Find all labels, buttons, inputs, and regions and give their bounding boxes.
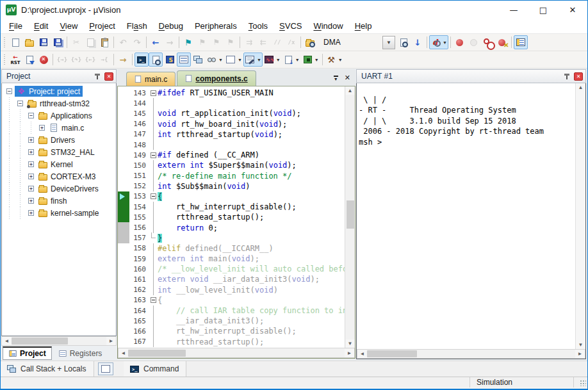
maximize-button[interactable]: □	[528, 1, 558, 19]
dropdown-caret-icon[interactable]: ▼	[257, 58, 261, 62]
menu-peripherals[interactable]: Peripherals	[189, 19, 243, 33]
dropdown-caret-icon[interactable]: ▼	[443, 40, 447, 45]
close-file-icon[interactable]: ✕	[345, 74, 350, 82]
tree-item-main-c[interactable]: +main.c	[2, 122, 116, 134]
dropdown-caret-icon[interactable]: ▼	[338, 58, 343, 62]
unindent-button[interactable]: ⇇	[256, 35, 270, 49]
tab-components-c[interactable]: components.c	[177, 70, 256, 86]
comment-button[interactable]: //	[270, 35, 284, 49]
tree-item-applications[interactable]: −Applications	[2, 110, 116, 122]
scroll-up-icon[interactable]: ▲	[346, 86, 355, 95]
expand-icon[interactable]: +	[28, 174, 34, 179]
collapse-icon[interactable]: −	[28, 113, 34, 118]
tree-item-cortex-m3[interactable]: +CORTEX-M3	[2, 170, 116, 183]
enable-disable-breakpoint-button[interactable]	[467, 35, 481, 49]
call-stack-window-button[interactable]	[191, 53, 205, 67]
dropdown-caret-icon[interactable]: ▼	[276, 58, 281, 62]
scroll-thumb[interactable]	[12, 337, 68, 345]
fold-collapse-icon[interactable]	[149, 295, 158, 305]
menu-window[interactable]: Window	[307, 19, 348, 33]
step-over-button[interactable]: {↷}	[69, 53, 83, 67]
menu-debug[interactable]: Debug	[153, 19, 189, 33]
expand-icon[interactable]: +	[28, 186, 34, 191]
find-in-files-button[interactable]	[303, 35, 317, 49]
tree-item-kernel[interactable]: +Kernel	[2, 158, 116, 170]
scroll-right-icon[interactable]: ►	[106, 337, 116, 345]
uart-vscrollbar[interactable]: ▲ ▼	[575, 83, 585, 349]
menu-view[interactable]: View	[54, 19, 83, 33]
menu-project[interactable]: Project	[83, 19, 120, 33]
start-stop-debug-button[interactable]: ▼	[429, 35, 448, 49]
collapse-icon[interactable]: −	[17, 101, 23, 106]
scroll-thumb[interactable]	[347, 200, 354, 229]
scroll-thumb[interactable]	[128, 350, 186, 357]
memory-window-button[interactable]: ▼	[224, 53, 243, 67]
stop-button[interactable]	[37, 53, 51, 67]
open-file-button[interactable]	[22, 35, 37, 49]
menu-svcs[interactable]: SVCS	[274, 19, 307, 33]
command-window-button[interactable]	[135, 53, 149, 67]
editor-hscrollbar[interactable]: ◄ ►	[118, 348, 355, 358]
tree-item-drivers[interactable]: +Drivers	[2, 134, 116, 146]
scroll-thumb[interactable]	[367, 350, 417, 357]
tab-command[interactable]: Command	[124, 361, 186, 377]
code-area[interactable]: 143#ifdef RT_USING_USER_MAIN144145void r…	[118, 86, 345, 348]
tab-main-c[interactable]: main.c	[126, 72, 176, 86]
scroll-right-icon[interactable]: ►	[575, 350, 585, 358]
tree-item-stm32-hal[interactable]: +STM32_HAL	[2, 146, 116, 158]
navigate-back-button[interactable]: ←	[149, 35, 163, 49]
tree-item-devicedrivers[interactable]: +DeviceDrivers	[2, 183, 116, 195]
tree-item-project-project[interactable]: −❖Project: project	[2, 85, 116, 97]
show-current-statement-button[interactable]: →	[116, 53, 130, 67]
scroll-left-icon[interactable]: ◄	[2, 337, 12, 345]
debug-toolbar-tools-button[interactable]: ⚒▼	[325, 53, 344, 67]
kill-all-breakpoints-button[interactable]	[495, 35, 509, 49]
fold-collapse-icon[interactable]	[149, 88, 158, 98]
expand-icon[interactable]: +	[39, 125, 45, 131]
paste-button[interactable]	[97, 35, 111, 49]
lookup-combo[interactable]: DMA▼	[318, 36, 395, 49]
navigate-forward-button[interactable]: →	[163, 35, 177, 49]
expand-icon[interactable]: +	[28, 137, 34, 143]
scroll-up-icon[interactable]: ▲	[576, 83, 585, 92]
menu-edit[interactable]: Edit	[28, 19, 54, 33]
cut-button[interactable]: ✂	[69, 35, 83, 49]
find-button[interactable]	[396, 35, 411, 49]
minimize-button[interactable]: —	[499, 1, 528, 19]
analysis-window-button[interactable]: ▼	[263, 53, 282, 67]
step-out-button[interactable]: {←}	[83, 53, 97, 67]
disassembly-window-button[interactable]	[149, 53, 163, 67]
expand-icon[interactable]: +	[28, 210, 34, 216]
redo-button[interactable]: ↷	[130, 35, 144, 49]
window-update-button[interactable]	[514, 35, 528, 49]
run-to-cursor-button[interactable]: →{	[97, 53, 111, 67]
editor-vscrollbar[interactable]: ▲ ▼	[345, 86, 355, 348]
indent-button[interactable]: ⇉	[242, 35, 256, 49]
dropdown-caret-icon[interactable]: ▼	[238, 58, 242, 62]
expand-icon[interactable]: +	[28, 198, 34, 204]
uart-hscrollbar[interactable]: ◄ ►	[357, 349, 585, 359]
run-button[interactable]	[22, 53, 37, 67]
uart-output[interactable]: \ | /- RT - Thread Operating System / | …	[357, 83, 575, 349]
memory-window-button[interactable]	[98, 362, 113, 375]
save-all-button[interactable]	[51, 35, 65, 49]
menu-help[interactable]: Help	[349, 19, 378, 33]
menu-file[interactable]: File	[3, 19, 28, 33]
uncomment-button[interactable]: /x	[284, 35, 298, 49]
panel-tab-registers[interactable]: Registers	[53, 346, 108, 360]
window-list-icon[interactable]: ▼	[334, 76, 338, 81]
symbol-window-button[interactable]	[163, 53, 177, 67]
close-button[interactable]: ✕	[558, 1, 587, 19]
lookup-combo-value[interactable]: DMA	[318, 37, 382, 48]
project-hscrollbar[interactable]: ◄ ►	[1, 336, 117, 346]
incremental-find-button[interactable]: ↓	[411, 35, 425, 49]
fold-collapse-icon[interactable]	[149, 150, 158, 160]
insert-breakpoint-button[interactable]	[453, 35, 467, 49]
dropdown-caret-icon[interactable]: ▼	[314, 58, 319, 62]
disable-all-breakpoints-button[interactable]	[481, 35, 495, 49]
combo-dropdown-icon[interactable]: ▼	[382, 36, 395, 49]
undo-button[interactable]: ↶	[116, 35, 130, 49]
close-panel-icon[interactable]: ✕	[574, 72, 583, 81]
tree-item-kernel-sample[interactable]: +kernel-sample	[2, 207, 116, 219]
scroll-right-icon[interactable]: ►	[345, 349, 354, 357]
